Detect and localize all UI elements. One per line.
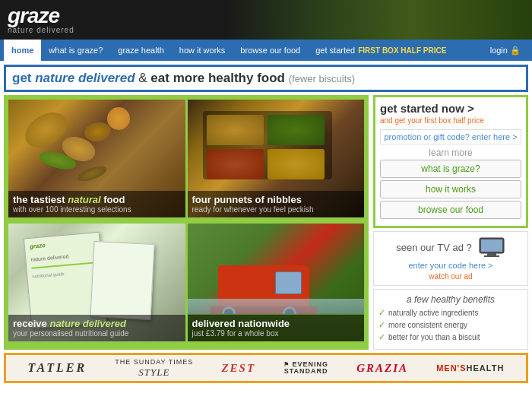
footer-logo-tatler: Tatler: [28, 361, 87, 375]
content-area: the tastiest natural food with over 100 …: [0, 95, 532, 353]
header-background: [228, 0, 532, 40]
footer-logo-mens-health: Men'sHealth: [436, 363, 504, 373]
logo-name: graze: [8, 5, 74, 27]
cell4-subtitle: just £3.79 for a whole box: [192, 329, 360, 338]
headline-get: get: [12, 71, 35, 85]
benefit-check-icon: ✓: [378, 320, 385, 330]
nibble-cell: [207, 149, 264, 179]
logo-tagline: nature delivered: [8, 27, 74, 34]
nav-get-started[interactable]: get started FIRST BOX HALF PRICE: [308, 40, 454, 61]
van-window: [275, 271, 302, 294]
learn-more-label: learn more: [380, 147, 521, 158]
benefit-item-2: ✓ more consistent energy: [378, 320, 523, 330]
tv-ad-title: seen our TV ad ?: [396, 242, 472, 253]
footer-logo-evening-standard: ⚑ EveningStandard: [283, 361, 328, 376]
browse-food-btn[interactable]: browse our food: [380, 201, 521, 219]
nibble-cell: [268, 115, 325, 145]
grid-cell-nationwide: delivered nationwide just £3.79 for a wh…: [188, 224, 365, 341]
get-started-box: get started now > and get your first box…: [373, 95, 528, 228]
footer-logo-zest: Zest: [221, 362, 255, 375]
seed-decoration: [76, 163, 109, 185]
benefits-box: a few healthy benefits ✓ naturally activ…: [373, 289, 528, 350]
how-it-works-btn[interactable]: how it works: [380, 180, 521, 198]
cell3-subtitle: your personalised nutritional guide: [13, 329, 181, 338]
nav-graze-health[interactable]: graze health: [110, 40, 172, 61]
tv-ad-box: seen our TV ad ? enter your code here > …: [373, 231, 528, 286]
nav-browse-food[interactable]: browse our food: [233, 40, 308, 61]
cell4-title: delivered nationwide: [192, 318, 360, 330]
grid-cell-natural-food: the tastiest natural food with over 100 …: [8, 100, 185, 217]
headline-amp: &: [135, 71, 151, 85]
cell2-subtitle: ready for whenever you feel peckish: [192, 205, 360, 214]
benefit-item-3: ✓ better for you than a biscuit: [378, 332, 523, 342]
promo-code-link[interactable]: promotion or gift code? enter here >: [380, 129, 521, 144]
headline-nature: nature delivered: [35, 71, 135, 85]
tv-row: seen our TV ad ?: [396, 236, 505, 258]
benefit-check-icon: ✓: [378, 332, 385, 342]
what-is-graze-btn[interactable]: what is graze?: [380, 160, 521, 178]
cell3-title: receive nature delivered: [13, 318, 181, 330]
nut-decoration: [107, 107, 130, 130]
benefits-title: a few healthy benefits: [378, 294, 523, 305]
cell3-label: receive nature delivered your personalis…: [8, 315, 185, 342]
get-started-subtitle: and get your first box half price: [380, 116, 521, 125]
feature-grid: the tastiest natural food with over 100 …: [4, 95, 369, 350]
headline-bar: get nature delivered & eat more healthy …: [4, 65, 528, 92]
headline-fewer: (fewer biscuits): [289, 73, 355, 84]
nibble-cell: [207, 115, 264, 145]
cell1-label: the tastiest natural food with over 100 …: [8, 191, 185, 218]
nav-get-started-highlight: FIRST BOX HALF PRICE: [358, 46, 446, 55]
sky: [188, 299, 365, 314]
tv-icon: [478, 236, 505, 258]
get-started-title: get started now >: [380, 102, 521, 115]
nibble-cell: [268, 149, 325, 179]
svg-rect-1: [481, 239, 502, 252]
cell2-label: four punnets of nibbles ready for whenev…: [188, 191, 365, 218]
navigation: home what is graze? graze health how it …: [0, 40, 532, 61]
footer-logos: Tatler THE SUNDAY TIMESstyle Zest ⚑ Even…: [4, 353, 528, 383]
cell1-title: the tastiest natural food: [13, 194, 181, 206]
nav-how-it-works[interactable]: how it works: [172, 40, 233, 61]
tv-code-input-link[interactable]: enter your code here >: [409, 261, 493, 270]
right-panel: get started now > and get your first box…: [373, 95, 528, 350]
cell2-title: four punnets of nibbles: [192, 194, 360, 206]
benefit-check-icon: ✓: [378, 308, 385, 318]
header: graze nature delivered: [0, 0, 532, 40]
cell4-label: delivered nationwide just £3.79 for a wh…: [188, 315, 365, 342]
cell1-subtitle: with over 100 interesting selections: [13, 205, 181, 214]
nav-home[interactable]: home: [4, 40, 41, 61]
logo: graze nature delivered: [8, 5, 74, 34]
headline-eat: eat more healthy food: [150, 71, 285, 85]
watch-ad-link[interactable]: watch our ad: [429, 272, 472, 281]
footer-logo-grazia: GRAZIA: [356, 362, 408, 375]
benefit-item-1: ✓ naturally active ingredients: [378, 308, 523, 318]
footer-logo-sunday-times: THE SUNDAY TIMESstyle: [115, 358, 193, 378]
booklet2: [90, 241, 154, 320]
nav-what-is-graze[interactable]: what is graze?: [41, 40, 110, 61]
svg-rect-3: [484, 255, 499, 257]
svg-rect-2: [487, 253, 496, 255]
grid-cell-nibbles: four punnets of nibbles ready for whenev…: [188, 100, 365, 217]
grid-cell-nature-delivered: graze nature delivered nutritional guide…: [8, 224, 185, 341]
nav-login[interactable]: login 🔒: [483, 46, 528, 56]
